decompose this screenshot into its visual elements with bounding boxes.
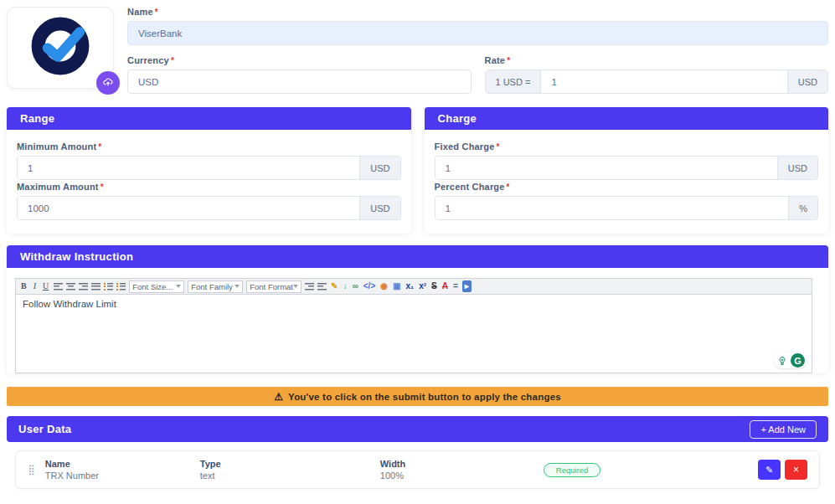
percent-charge-label-text: Percent Charge	[435, 182, 505, 192]
required-asterisk: *	[507, 183, 510, 192]
insert-image-icon[interactable]: ▣	[392, 280, 401, 292]
font-size-select[interactable]: Font Size...	[129, 280, 184, 293]
remove-format-icon[interactable]: A	[441, 280, 449, 292]
range-panel: Range Minimum Amount* USD Maximum Amount…	[7, 107, 411, 234]
align-right-icon[interactable]	[79, 283, 88, 291]
max-amount-suffix: USD	[359, 197, 399, 219]
paste-icon[interactable]: ↓	[343, 280, 348, 292]
indent-icon[interactable]	[305, 283, 314, 291]
editor-toolbar: B I U Font Size... Font Family Font Form…	[15, 278, 812, 294]
cloud-upload-icon	[102, 76, 114, 90]
name-input[interactable]	[127, 21, 828, 45]
required-asterisk: *	[507, 56, 510, 65]
unordered-list-icon[interactable]	[104, 283, 113, 291]
align-left-icon[interactable]	[54, 283, 63, 291]
range-panel-body: Minimum Amount* USD Maximum Amount* USD	[7, 130, 411, 234]
fixed-charge-group: USD	[435, 156, 819, 180]
edit-row-button[interactable]: ✎	[758, 460, 781, 480]
delete-row-button[interactable]: ×	[785, 460, 807, 480]
color-palette-icon[interactable]: ◉	[379, 280, 389, 292]
currency-input[interactable]	[127, 69, 472, 94]
percent-charge-group: %	[435, 196, 819, 220]
method-logo	[27, 13, 94, 83]
bold-icon[interactable]: B	[19, 280, 28, 292]
required-badge: Required	[544, 463, 601, 477]
row-type-cell: Type text	[200, 459, 380, 481]
row-width-cell: Width 100%	[380, 459, 544, 481]
drag-handle-icon[interactable]: ⣿	[28, 464, 35, 476]
fixed-charge-label: Fixed Charge*	[435, 141, 819, 152]
rate-prefix: 1 USD =	[486, 70, 542, 93]
instruction-panel: Withdraw Instruction B I U Font Size... …	[7, 245, 828, 373]
subscript-icon[interactable]: x₁	[405, 280, 415, 292]
image-upload-icon[interactable]: ✎	[330, 280, 338, 292]
font-format-select-label: Font Format	[250, 282, 293, 291]
range-panel-title: Range	[7, 107, 411, 130]
row-width-value: 100%	[380, 471, 544, 481]
source-code-icon[interactable]: </>	[363, 280, 376, 292]
required-asterisk: *	[101, 183, 104, 192]
percent-charge-label: Percent Charge*	[435, 182, 819, 192]
submit-warning-alert: ⚠ You've to click on the submit button t…	[7, 387, 828, 406]
media-icon[interactable]: ▸	[462, 280, 472, 292]
font-family-select[interactable]: Font Family	[188, 280, 243, 293]
outdent-icon[interactable]	[317, 283, 327, 291]
row-name-cell: Name TRX Number	[45, 459, 200, 481]
withdraw-method-edit-page: Name* Currency* Rate* 1 USD =	[0, 0, 835, 504]
rate-field: Rate* 1 USD = USD	[485, 55, 829, 94]
top-form-section: Name* Currency* Rate* 1 USD =	[7, 7, 828, 94]
font-format-select[interactable]: Font Format	[246, 280, 302, 293]
row-name-value: TRX Number	[45, 471, 200, 481]
method-logo-card	[7, 7, 114, 89]
editor-text: Follow Withdraw Limit	[23, 299, 116, 309]
lightbulb-icon	[776, 354, 789, 368]
required-asterisk: *	[98, 142, 101, 152]
user-data-title: User Data	[18, 423, 71, 435]
required-asterisk: *	[497, 142, 500, 152]
currency-label-text: Currency	[127, 55, 169, 65]
editor-content[interactable]: Follow Withdraw Limit G	[15, 294, 812, 373]
charge-panel-body: Fixed Charge* USD Percent Charge* %	[425, 130, 829, 234]
column-header-width: Width	[380, 459, 544, 469]
superscript-icon[interactable]: x²	[418, 280, 427, 292]
name-label-text: Name	[127, 7, 153, 17]
link-icon[interactable]: ∞	[352, 280, 359, 292]
strikethrough-icon[interactable]: S	[430, 280, 438, 292]
column-header-name: Name	[45, 459, 200, 469]
italic-icon[interactable]: I	[32, 280, 38, 292]
fixed-charge-input[interactable]	[436, 157, 777, 179]
user-data-row: ⣿ Name TRX Number Type text Width 100% R…	[15, 450, 820, 489]
ordered-list-icon[interactable]	[116, 283, 126, 291]
underline-icon[interactable]: U	[41, 280, 50, 292]
grammarly-widget[interactable]: G	[774, 352, 807, 368]
max-amount-label: Maximum Amount*	[17, 182, 401, 192]
fixed-charge-label-text: Fixed Charge	[435, 141, 495, 152]
top-fields: Name* Currency* Rate* 1 USD =	[127, 7, 828, 94]
align-center-icon[interactable]	[66, 283, 75, 291]
add-new-button[interactable]: + Add New	[750, 420, 817, 439]
font-family-select-label: Font Family	[191, 282, 233, 291]
name-label: Name*	[127, 7, 828, 17]
percent-charge-input[interactable]	[436, 197, 789, 219]
font-size-select-label: Font Size...	[132, 282, 173, 291]
grammarly-g-icon: G	[791, 353, 805, 368]
min-amount-input[interactable]	[18, 157, 359, 179]
max-amount-group: USD	[17, 196, 401, 220]
horizontal-rule-icon[interactable]: =	[452, 280, 459, 292]
pencil-icon: ✎	[765, 465, 773, 476]
required-asterisk: *	[171, 56, 174, 65]
upload-logo-button[interactable]	[96, 71, 120, 95]
row-actions: ✎ ×	[758, 460, 807, 480]
range-charge-row: Range Minimum Amount* USD Maximum Amount…	[7, 107, 828, 234]
chevron-down-icon	[293, 285, 298, 288]
max-amount-input[interactable]	[18, 197, 359, 219]
rate-label-text: Rate	[485, 55, 506, 65]
row-badge-cell: Required	[544, 463, 758, 477]
rate-input[interactable]	[541, 70, 786, 93]
percent-charge-suffix: %	[788, 197, 817, 219]
min-amount-label-text: Minimum Amount	[17, 141, 96, 152]
currency-field: Currency*	[127, 55, 472, 94]
align-justify-icon[interactable]	[91, 283, 101, 291]
warning-icon: ⚠	[274, 391, 283, 403]
chevron-down-icon	[176, 285, 181, 288]
